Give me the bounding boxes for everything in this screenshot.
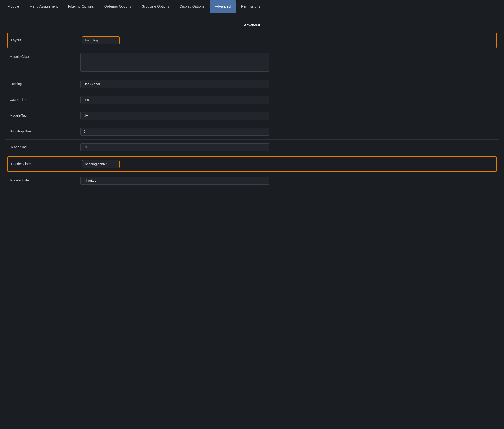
input-bootstrap-size[interactable] — [81, 128, 269, 136]
label-layout: Layout — [11, 36, 82, 42]
label-bootstrap-size: Bootstrap Size — [10, 128, 81, 133]
row-module-class: Module Class — [5, 49, 499, 76]
row-header-tag: Header Tag — [5, 140, 499, 155]
row-module-tag: Module Tag — [5, 108, 499, 124]
label-caching: Caching — [10, 80, 81, 86]
input-module-class[interactable] — [81, 53, 269, 72]
label-module-tag: Module Tag — [10, 112, 81, 117]
tab-module[interactable]: Module — [2, 0, 24, 13]
row-layout: Layout — [7, 33, 497, 48]
label-cache-time: Cache Time — [10, 96, 81, 102]
label-header-class: Header Class — [11, 160, 82, 166]
input-layout[interactable] — [82, 36, 120, 44]
input-header-class[interactable] — [82, 160, 120, 168]
main-content: Advanced LayoutModule ClassCachingUse Gl… — [0, 13, 504, 198]
row-bootstrap-size: Bootstrap Size — [5, 124, 499, 140]
tab-permissions[interactable]: Permissions — [236, 0, 265, 13]
label-header-tag: Header Tag — [10, 143, 81, 149]
panel-legend: Advanced — [5, 21, 499, 29]
input-cache-time[interactable] — [81, 96, 269, 104]
tab-menu-assignment[interactable]: Menu Assignment — [24, 0, 63, 13]
row-cache-time: Cache Time — [5, 92, 499, 108]
select-caching[interactable]: Use GlobalNo Caching — [81, 80, 269, 88]
input-header-tag[interactable] — [81, 143, 269, 151]
tab-display-options[interactable]: Display Options — [174, 0, 209, 13]
input-module-tag[interactable] — [81, 112, 269, 120]
select-module-style[interactable]: InheritedNoneTableCardOutline — [81, 176, 269, 184]
row-header-class: Header Class — [7, 156, 497, 172]
tab-filtering-options[interactable]: Filtering Options — [63, 0, 99, 13]
tab-ordering-options[interactable]: Ordering Options — [99, 0, 136, 13]
row-module-style: Module StyleInheritedNoneTableCardOutlin… — [5, 173, 499, 188]
panel-title: Advanced — [244, 23, 260, 27]
advanced-panel: Advanced LayoutModule ClassCachingUse Gl… — [5, 20, 499, 191]
tab-advanced[interactable]: Advanced — [210, 0, 236, 13]
label-module-style: Module Style — [10, 176, 81, 182]
tab-grouping-options[interactable]: Grouping Options — [136, 0, 175, 13]
nav-tabs: ModuleMenu AssignmentFiltering OptionsOr… — [0, 0, 504, 13]
row-caching: CachingUse GlobalNo Caching — [5, 76, 499, 92]
label-module-class: Module Class — [10, 53, 81, 59]
panel-body: LayoutModule ClassCachingUse GlobalNo Ca… — [5, 29, 499, 191]
